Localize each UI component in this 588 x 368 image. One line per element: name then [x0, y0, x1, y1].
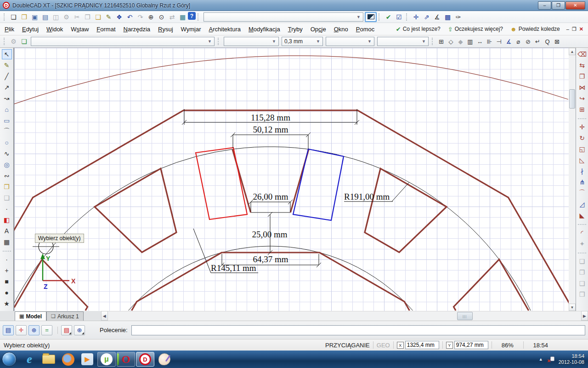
menu-widok[interactable]: Widok [46, 26, 63, 33]
brush-icon[interactable]: ✎ [103, 12, 114, 22]
taskbar-firefox[interactable] [59, 352, 77, 367]
paste-icon[interactable]: ❑ [93, 12, 103, 22]
scroll-down-icon[interactable]: ▼ [569, 304, 576, 311]
check-window-icon[interactable]: ☑ [394, 12, 404, 22]
drawing-canvas[interactable]: 115,28 mm 50,12 mm 26,00 mm 25,00 mm 64,… [14, 48, 568, 311]
coord-absolute-icon[interactable]: ⊕ [28, 325, 40, 335]
scroll-left-icon[interactable]: ◀ [101, 311, 108, 321]
menu-tryby[interactable]: Tryby [288, 26, 303, 33]
scroll-right-icon[interactable]: ▶ [581, 311, 588, 321]
sketch-icon[interactable]: ✎ [2, 60, 12, 70]
menu-wymiar[interactable]: Wymiar [181, 26, 201, 33]
scale-icon[interactable]: ◱ [577, 144, 587, 154]
layer-combo[interactable]: ▼ [31, 37, 215, 46]
dim-aligned-icon[interactable]: ◆ [456, 37, 465, 46]
promo-whats-better[interactable]: ✔Co jest lepsze? [396, 26, 441, 33]
explode-icon[interactable]: ✦ [577, 239, 587, 249]
text-icon[interactable]: A [2, 226, 12, 236]
trim-icon[interactable]: ∤ [577, 166, 587, 176]
taskbar-utorrent[interactable]: µ [97, 352, 116, 367]
menu-edytuj[interactable]: Edytuj [22, 26, 39, 33]
copy-icon[interactable]: ❐ [82, 12, 93, 22]
cad-drawing[interactable]: 115,28 mm 50,12 mm 26,00 mm 25,00 mm 64,… [14, 48, 569, 311]
select-icon[interactable]: ↖ [2, 49, 12, 59]
menu-okno[interactable]: Okno [334, 26, 348, 33]
color-combo[interactable]: ▼ [224, 37, 279, 46]
new-icon[interactable]: ❏ [8, 12, 19, 22]
point-star-icon[interactable]: ★ [2, 299, 12, 309]
mirror-icon[interactable]: ⋈ [577, 82, 587, 92]
arc-icon[interactable]: ⌒ [2, 126, 12, 137]
view-arrow-icon[interactable]: ⇗ [421, 12, 432, 22]
horizontal-scroll-thumb[interactable]: ||| [457, 312, 473, 320]
rectangle-icon[interactable]: ▭ [2, 115, 12, 126]
dim-quick-icon[interactable]: Q [543, 37, 552, 46]
polygon-icon[interactable]: ⌂ [2, 104, 12, 115]
fillet-icon[interactable]: ◜ [577, 228, 587, 238]
maximize-button[interactable]: ❐ [552, 1, 565, 10]
minimize-button[interactable]: – [538, 1, 551, 10]
promo-tell-friend[interactable]: ☻Powiedz koledze [510, 26, 560, 33]
table-icon[interactable]: ▦ [2, 237, 12, 247]
command-input[interactable] [131, 325, 585, 335]
line-icon[interactable]: ╱ [2, 71, 12, 81]
redo-icon[interactable]: ↷ [135, 12, 146, 22]
dim-ticks-icon[interactable]: ⊪ [485, 37, 494, 46]
shear-icon[interactable]: ◺ [577, 155, 587, 165]
dim-edit-icon[interactable]: ⊠ [552, 37, 562, 46]
vertical-scrollbar[interactable]: ▲ ▼ [568, 48, 576, 311]
swap-icon[interactable]: ⇆ [577, 60, 587, 70]
snap-menu-icon[interactable]: ⊕ [74, 325, 85, 335]
copy-object-icon[interactable]: ❐ [577, 71, 587, 81]
dim-style-icon[interactable]: ▥ [465, 37, 475, 46]
line-pattern-combo[interactable]: ▼ [377, 37, 429, 46]
fill-icon[interactable]: ◧ [2, 215, 12, 225]
offset-icon[interactable]: ↪ [577, 93, 587, 104]
network-disconnected-icon[interactable]: ✕ [547, 356, 554, 362]
vertical-scroll-thumb[interactable] [569, 89, 575, 109]
mdi-restore-button[interactable]: ❐ [572, 26, 577, 32]
mdi-close-button[interactable]: ✕ [579, 26, 583, 32]
dim-baseline-icon[interactable]: ⊣ [494, 37, 504, 46]
extend-icon[interactable]: ⋔ [577, 177, 587, 187]
ucs-move-icon[interactable]: ✛ [411, 12, 421, 22]
property-settings-icon[interactable]: ⚙ [8, 37, 19, 46]
print-icon[interactable]: ▤ [40, 12, 51, 22]
render-style-combo[interactable]: ▼ [204, 12, 363, 22]
print-preview-icon[interactable]: ◫ [51, 12, 61, 22]
menu-narzdzia[interactable]: Narzędzia [124, 26, 151, 33]
snap-mode[interactable]: PRZYCIĄGANIE [325, 342, 370, 349]
scroll-up-icon[interactable]: ▲ [569, 48, 576, 55]
polyline-icon[interactable]: ↝ [2, 93, 12, 104]
tab-model[interactable]: ▣ Model [15, 311, 46, 321]
menu-format[interactable]: Format [96, 26, 115, 33]
chamfer-2-icon[interactable]: ◣ [577, 210, 587, 220]
dim-horizontal-icon[interactable]: ↔ [475, 37, 485, 46]
undo-icon[interactable]: ↶ [124, 12, 135, 22]
copy-entity-icon[interactable]: ❐ [2, 182, 12, 192]
tray-expand-icon[interactable]: ▲ [539, 357, 543, 362]
taskbar-explorer[interactable] [40, 352, 58, 367]
line-style-combo[interactable]: ▼ [326, 37, 374, 46]
point-square-icon[interactable]: ■ [2, 276, 12, 287]
point-dot-icon[interactable]: · [2, 254, 12, 264]
zoom-window-icon[interactable]: ⊙ [156, 12, 167, 22]
cut-icon[interactable]: ✂ [72, 12, 82, 22]
point-icon[interactable]: · [2, 204, 12, 214]
y-coordinate-field[interactable] [454, 341, 488, 349]
regen-icon[interactable]: ⇄ [167, 12, 177, 22]
paste-entity-icon[interactable]: ❑ [2, 193, 12, 203]
start-button[interactable] [2, 352, 17, 367]
paint-format-icon[interactable]: ✑ [453, 12, 464, 22]
dim-angle-icon[interactable]: ∡ [504, 37, 514, 46]
taskbar-opera[interactable]: O [117, 352, 135, 367]
erase-icon[interactable]: ⌫ [577, 49, 587, 59]
coord-red-icon[interactable]: ✛ [16, 325, 27, 335]
taskbar-media-player[interactable]: ▶ [78, 352, 96, 367]
mdi-minimize-button[interactable]: – [566, 26, 569, 32]
spline-icon[interactable]: ∿ [2, 149, 12, 159]
settings-icon[interactable]: ⚙ [61, 12, 72, 22]
chamfer-icon[interactable]: ◿ [577, 199, 587, 209]
array-icon[interactable]: ⊞ [577, 104, 587, 115]
spell-check-icon[interactable]: ✔ [383, 12, 394, 22]
